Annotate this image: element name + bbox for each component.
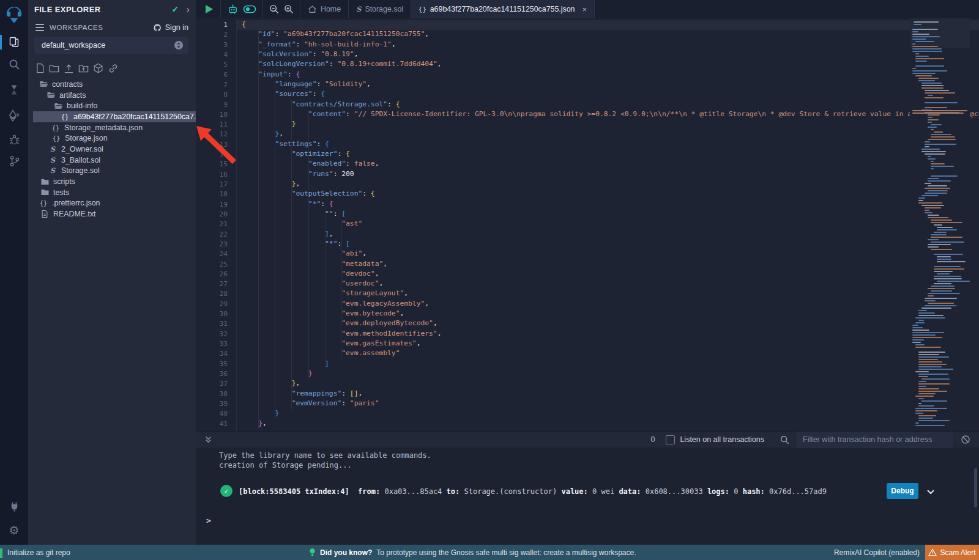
workspace-select[interactable]: default_workspace <box>34 37 188 54</box>
git-icon[interactable] <box>0 153 28 168</box>
tx-expand-chevron-icon[interactable] <box>926 487 935 498</box>
tab-home[interactable]: Home <box>300 0 349 18</box>
tree-item-3-ballot-sol[interactable]: S3_Ballot.sol <box>28 155 196 166</box>
line-number: 40 <box>196 409 228 419</box>
tree-item-storage-sol[interactable]: SStorage.sol <box>28 166 196 177</box>
tree-item-storage-json[interactable]: {}Storage.json <box>28 133 196 144</box>
line-number: 31 <box>196 319 228 329</box>
json-icon: {} <box>39 199 48 207</box>
file-explorer-panel: FILE EXPLORER ✓ › WORKSPACES Sign in def… <box>28 0 196 545</box>
tree-item-label: Storage.sol <box>61 166 100 175</box>
code-line: "metadata", <box>242 260 979 270</box>
code-line: } <box>242 409 979 419</box>
tree-item-build-info[interactable]: build-info <box>28 100 196 111</box>
plugin-manager-icon[interactable] <box>0 499 28 514</box>
transaction-log[interactable]: [block:5583405 txIndex:4] from: 0xa03...… <box>239 487 831 496</box>
tab-storage-sol[interactable]: SStorage.sol <box>349 0 411 18</box>
code-line: "enabled": false, <box>242 160 979 169</box>
line-number: 20 <box>196 210 228 219</box>
tx-success-icon: ✓ <box>220 485 233 497</box>
folder-open-icon <box>46 91 56 99</box>
new-file-icon[interactable] <box>35 63 45 73</box>
code-line: "evm.deployedBytecode", <box>242 319 979 329</box>
close-tab-icon[interactable]: × <box>583 5 587 14</box>
load-box-icon[interactable] <box>93 63 103 73</box>
code-line: "devdoc", <box>242 270 979 279</box>
hamburger-menu-icon[interactable] <box>35 24 44 31</box>
line-number: 18 <box>196 190 228 199</box>
zoom-out-icon[interactable] <box>269 4 279 14</box>
line-number: 37 <box>196 379 228 389</box>
minimap[interactable] <box>910 18 970 431</box>
indent-guide <box>341 219 342 359</box>
link-icon[interactable] <box>108 63 119 73</box>
folder-icon <box>40 188 50 196</box>
tab-strip: HomeSStorage.sol{}a69b43f277ba20fcac1411… <box>300 0 595 18</box>
file-explorer-header: FILE EXPLORER ✓ › <box>28 0 196 18</box>
tree-item-contracts[interactable]: contracts <box>28 79 196 90</box>
search-icon[interactable] <box>0 57 28 72</box>
tree-item-scripts[interactable]: scripts <box>28 176 196 187</box>
sol-icon: S <box>48 156 58 164</box>
settings-icon[interactable]: ⚙ <box>0 523 28 537</box>
line-number: 15 <box>196 160 228 169</box>
line-number: 33 <box>196 339 228 349</box>
line-number: 10 <box>196 110 228 120</box>
tab-a69b43f277ba20fcac141151250ca755-json[interactable]: {}a69b43f277ba20fcac141151250ca755.json× <box>411 0 595 18</box>
clear-console-icon[interactable] <box>961 435 970 444</box>
line-number: 3 <box>196 40 228 50</box>
zoom-in-icon[interactable] <box>284 4 294 14</box>
deploy-run-icon[interactable] <box>0 108 28 123</box>
init-git-repo-button[interactable]: Initialize as git repo <box>7 545 70 560</box>
solidity-compiler-icon[interactable] <box>0 83 28 97</box>
code-line: "input": { <box>242 70 979 80</box>
tree-item-storage-metadata-json[interactable]: {}Storage_metadata.json <box>28 122 196 133</box>
sol-icon: S <box>48 145 58 153</box>
code-line: "optimizer": { <box>242 150 979 160</box>
run-script-button[interactable] <box>206 5 213 13</box>
tree-item-artifacts[interactable]: artifacts <box>28 90 196 101</box>
line-number: 30 <box>196 309 228 319</box>
terminal-scrollbar[interactable] <box>974 468 977 507</box>
code-line: }, <box>242 180 979 190</box>
minimap-slider[interactable] <box>910 18 970 48</box>
upload-folder-icon[interactable] <box>78 63 89 73</box>
tree-item-label: 3_Ballot.sol <box>61 156 100 164</box>
editor-area: HomeSStorage.sol{}a69b43f277ba20fcac1411… <box>196 0 979 431</box>
tree-item-2-owner-sol[interactable]: S2_Owner.sol <box>28 144 196 155</box>
line-number: 28 <box>196 289 228 299</box>
scam-alert-label: Scam Alert <box>940 548 975 557</box>
debugger-icon[interactable] <box>0 132 28 147</box>
line-number: 7 <box>196 80 228 90</box>
file-explorer-icon[interactable] <box>0 35 28 50</box>
tree-item--prettierrc-json[interactable]: {}.prettierrc.json <box>28 198 196 209</box>
expand-terminal-icon[interactable] <box>204 435 212 444</box>
terminal[interactable]: Type the library name to see available c… <box>196 448 979 545</box>
tree-item-label: build-info <box>67 101 97 110</box>
tree-item-label: README.txt <box>53 210 96 218</box>
line-number: 5 <box>196 60 228 70</box>
ai-assistant-icon[interactable] <box>227 4 239 15</box>
remix-logo-icon[interactable] <box>0 5 28 27</box>
home-icon <box>308 5 317 13</box>
tree-item-a69b43f277ba20fcac141151250ca7-[interactable]: {}a69b43f277ba20fcac141151250ca7... <box>33 111 196 122</box>
copilot-status[interactable]: RemixAI Copilot (enabled) <box>834 545 920 560</box>
sign-in-button[interactable]: Sign in <box>153 23 188 32</box>
upload-file-icon[interactable] <box>64 63 74 73</box>
tree-item-readme-txt[interactable]: README.txt <box>28 208 196 219</box>
code-editor[interactable]: 1234567891011121314151617181920212223242… <box>196 18 979 431</box>
copilot-toggle-icon[interactable] <box>243 4 256 14</box>
indent-guide <box>275 80 275 419</box>
code-line: ], <box>242 230 979 240</box>
transaction-filter-input[interactable] <box>797 432 953 448</box>
listen-all-checkbox[interactable] <box>666 435 675 444</box>
debug-button[interactable]: Debug <box>887 483 918 499</box>
tree-item-tests[interactable]: tests <box>28 187 196 198</box>
line-number: 25 <box>196 260 228 270</box>
code-line: "evmVersion": "paris" <box>242 399 979 409</box>
scam-alert-badge[interactable]: Scam Alert <box>925 545 979 560</box>
new-folder-icon[interactable] <box>49 63 59 73</box>
terminal-message: creation of Storage pending... <box>219 460 431 470</box>
chevron-right-icon[interactable]: › <box>186 4 190 15</box>
listen-all-label[interactable]: Listen on all transactions <box>680 435 764 444</box>
